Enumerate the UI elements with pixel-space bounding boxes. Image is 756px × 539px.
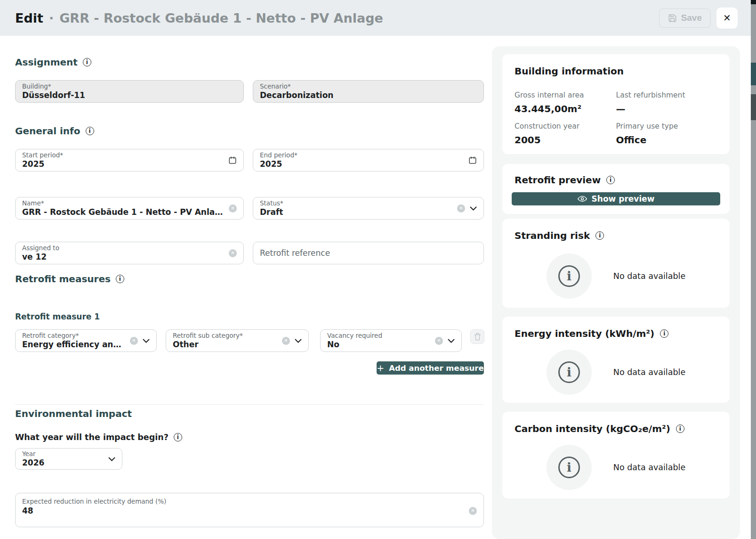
empty-state-circle: i bbox=[547, 445, 592, 490]
environmental-impact-heading-label: Environmental impact bbox=[15, 408, 132, 419]
clear-icon[interactable]: ✕ bbox=[229, 249, 237, 257]
close-icon: ✕ bbox=[723, 12, 731, 24]
info-icon[interactable]: i bbox=[83, 58, 91, 66]
building-field-label: Building* bbox=[22, 82, 237, 90]
scenario-field-label: Scenario* bbox=[260, 82, 477, 90]
info-icon[interactable]: i bbox=[116, 275, 124, 283]
impact-year-stack: Year 2026 bbox=[22, 450, 105, 468]
building-info-item: Last refurbishment — bbox=[616, 91, 718, 114]
chevron-down-icon[interactable] bbox=[448, 339, 455, 343]
assigned-to-field[interactable]: Assigned to ve 12 ✕ bbox=[15, 242, 244, 264]
retrofit-category-value: Energy efficiency and opti… bbox=[22, 339, 126, 350]
stranding-risk-title-label: Stranding risk bbox=[515, 230, 590, 241]
calendar-icon[interactable] bbox=[468, 156, 477, 164]
vacancy-required-field[interactable]: Vacancy required No ✕ bbox=[320, 329, 462, 352]
section-divider bbox=[15, 404, 484, 405]
energy-intensity-empty-state: i No data available bbox=[515, 350, 717, 395]
chevron-down-icon[interactable] bbox=[295, 339, 302, 343]
name-field[interactable]: Name* GRR - Rostock Gebäude 1 - Netto - … bbox=[15, 197, 244, 220]
electricity-reduction-field[interactable]: Expected reduction in electricity demand… bbox=[15, 493, 484, 527]
close-button[interactable]: ✕ bbox=[716, 8, 738, 29]
retrofit-category-field[interactable]: Retrofit category* Energy efficiency and… bbox=[15, 329, 157, 352]
retrofit-measures-heading: Retrofit measures i bbox=[15, 273, 124, 285]
carbon-intensity-card: Carbon intensity (kgCO₂e/m²) i i No data… bbox=[502, 412, 730, 498]
building-information-card: Building information Gross internal area… bbox=[502, 54, 730, 154]
retrofit-sub-category-stack: Retrofit sub category* Other bbox=[173, 332, 278, 350]
assigned-to-stack: Assigned to ve 12 bbox=[22, 244, 225, 262]
chevron-down-icon[interactable] bbox=[470, 206, 477, 211]
retrofit-preview-title-label: Retrofit preview bbox=[515, 174, 601, 186]
calendar-icon[interactable] bbox=[228, 156, 237, 164]
modal-header: Edit · GRR - Rostock Gebäude 1 - Netto -… bbox=[0, 0, 751, 36]
clear-icon[interactable]: ✕ bbox=[457, 204, 465, 212]
info-icon[interactable]: i bbox=[676, 425, 684, 433]
status-field[interactable]: Status* Draft ✕ bbox=[253, 197, 484, 220]
building-field: Building* Düsseldorf-11 bbox=[15, 80, 244, 103]
energy-intensity-title: Energy intensity (kWh/m²) i bbox=[515, 328, 717, 339]
status-field-stack: Status* Draft bbox=[260, 199, 453, 218]
stranding-risk-card: Stranding risk i i No data available bbox=[502, 219, 730, 308]
clear-icon[interactable]: ✕ bbox=[282, 337, 290, 345]
clear-icon[interactable]: ✕ bbox=[130, 337, 138, 345]
energy-intensity-title-label: Energy intensity (kWh/m²) bbox=[515, 328, 654, 339]
background-page-fragment bbox=[751, 63, 756, 85]
clear-icon[interactable]: ✕ bbox=[435, 337, 443, 345]
clear-icon[interactable]: ✕ bbox=[469, 507, 477, 515]
primary-use-type-value: Office bbox=[616, 134, 718, 146]
last-refurbishment-value: — bbox=[616, 103, 718, 114]
show-preview-button[interactable]: Show preview bbox=[512, 192, 720, 205]
retrofit-measures-heading-label: Retrofit measures bbox=[15, 273, 111, 285]
end-period-stack: End period* 2025 bbox=[260, 151, 465, 170]
retrofit-reference-stack: Retrofit reference bbox=[260, 248, 477, 258]
energy-intensity-card: Energy intensity (kWh/m²) i i No data av… bbox=[502, 317, 730, 403]
info-icon[interactable]: i bbox=[606, 176, 615, 184]
environmental-impact-heading: Environmental impact bbox=[15, 408, 132, 419]
info-icon[interactable]: i bbox=[595, 231, 604, 240]
info-circle-icon: i bbox=[558, 265, 580, 287]
vacancy-required-stack: Vacancy required No bbox=[327, 332, 431, 350]
end-period-value: 2025 bbox=[260, 159, 465, 169]
clear-icon[interactable]: ✕ bbox=[229, 204, 237, 212]
retrofit-sub-category-field[interactable]: Retrofit sub category* Other ✕ bbox=[166, 329, 309, 352]
start-period-field[interactable]: Start period* 2025 bbox=[15, 149, 244, 172]
energy-intensity-empty-text: No data available bbox=[613, 368, 685, 377]
end-period-field[interactable]: End period* 2025 bbox=[253, 149, 484, 172]
chevron-down-icon[interactable] bbox=[108, 457, 115, 461]
modal-title-separator: · bbox=[49, 11, 54, 25]
edit-retrofit-modal: Edit · GRR - Rostock Gebäude 1 - Netto -… bbox=[0, 0, 751, 539]
chevron-down-icon[interactable] bbox=[143, 339, 150, 343]
building-summary-panel: Building information Gross internal area… bbox=[492, 46, 740, 539]
modal-title-text: GRR - Rostock Gebäude 1 - Netto - PV Anl… bbox=[59, 11, 383, 25]
save-button[interactable]: Save bbox=[659, 8, 711, 28]
carbon-intensity-title: Carbon intensity (kgCO₂e/m²) i bbox=[515, 423, 717, 434]
delete-measure-button[interactable] bbox=[470, 329, 484, 344]
retrofit-preview-card: Retrofit preview i Show preview bbox=[502, 164, 730, 214]
status-field-label: Status* bbox=[260, 199, 453, 207]
name-field-value: GRR - Rostock Gebäude 1 - Netto - PV Anl… bbox=[22, 207, 225, 217]
info-icon[interactable]: i bbox=[660, 329, 668, 338]
info-icon[interactable]: i bbox=[86, 127, 94, 135]
assignment-heading-label: Assignment bbox=[15, 57, 78, 68]
info-icon[interactable]: i bbox=[174, 433, 182, 441]
modal-title-prefix: Edit bbox=[15, 11, 43, 25]
background-page-fragment bbox=[751, 0, 756, 4]
retrofit-reference-field[interactable]: Retrofit reference bbox=[253, 242, 484, 264]
start-period-label: Start period* bbox=[22, 151, 225, 159]
trash-icon bbox=[474, 333, 481, 341]
retrofit-measure-title: Retrofit measure 1 bbox=[15, 312, 100, 321]
electricity-reduction-value: 48 bbox=[22, 506, 465, 516]
add-another-measure-button[interactable]: + Add another measure bbox=[377, 361, 484, 375]
building-information-title-label: Building information bbox=[515, 65, 624, 77]
start-period-value: 2025 bbox=[22, 159, 225, 169]
impact-year-select[interactable]: Year 2026 bbox=[15, 448, 122, 470]
retrofit-sub-category-label: Retrofit sub category* bbox=[173, 332, 278, 340]
empty-state-circle: i bbox=[547, 350, 592, 395]
building-information-grid: Gross internal area 43.445,00m² Last ref… bbox=[515, 91, 717, 146]
scenario-field-stack: Scenario* Decarbonization bbox=[260, 82, 477, 101]
building-field-stack: Building* Düsseldorf-11 bbox=[22, 82, 237, 101]
scenario-field: Scenario* Decarbonization bbox=[253, 80, 484, 103]
gross-internal-area-label: Gross internal area bbox=[515, 91, 616, 99]
electricity-reduction-label: Expected reduction in electricity demand… bbox=[22, 498, 465, 506]
info-circle-icon: i bbox=[558, 361, 580, 383]
retrofit-category-stack: Retrofit category* Energy efficiency and… bbox=[22, 332, 126, 350]
